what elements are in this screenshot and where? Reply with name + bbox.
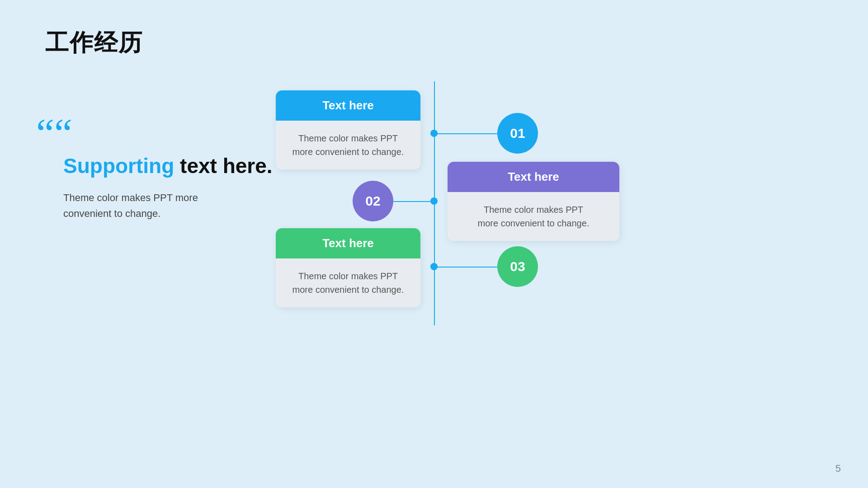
card-03: Text here Theme color makes PPT more con…: [276, 228, 420, 307]
badge-03: 03: [497, 246, 538, 287]
card-01: Text here Theme color makes PPT more con…: [276, 90, 420, 169]
badge-01: 01: [497, 113, 538, 154]
connector-02: [393, 201, 435, 202]
card-02-header: Text here: [448, 162, 619, 192]
card-03-body: Theme color makes PPT more convenient to…: [276, 258, 420, 307]
card-02: Text here Theme color makes PPT more con…: [448, 162, 619, 241]
card-01-header: Text here: [276, 90, 420, 121]
connector-01: [434, 133, 497, 134]
card-02-body: Theme color makes PPT more convenient to…: [448, 192, 619, 241]
card-01-body: Theme color makes PPT more convenient to…: [276, 121, 420, 169]
card-03-header: Text here: [276, 228, 420, 258]
supporting-highlight: Supporting: [63, 154, 174, 178]
body-text: Theme color makes PPT more convenient to…: [63, 190, 198, 221]
body-text-line1: Theme color makes PPT more: [63, 190, 198, 206]
connector-03: [434, 267, 497, 267]
supporting-text: Supporting text here.: [63, 154, 273, 178]
page-title: 工作经历: [45, 27, 143, 59]
supporting-normal: text here.: [174, 154, 272, 178]
quote-icon: ““: [36, 113, 72, 154]
body-text-line2: convenient to change.: [63, 206, 198, 221]
page-number: 5: [835, 463, 841, 474]
badge-02: 02: [353, 181, 393, 221]
